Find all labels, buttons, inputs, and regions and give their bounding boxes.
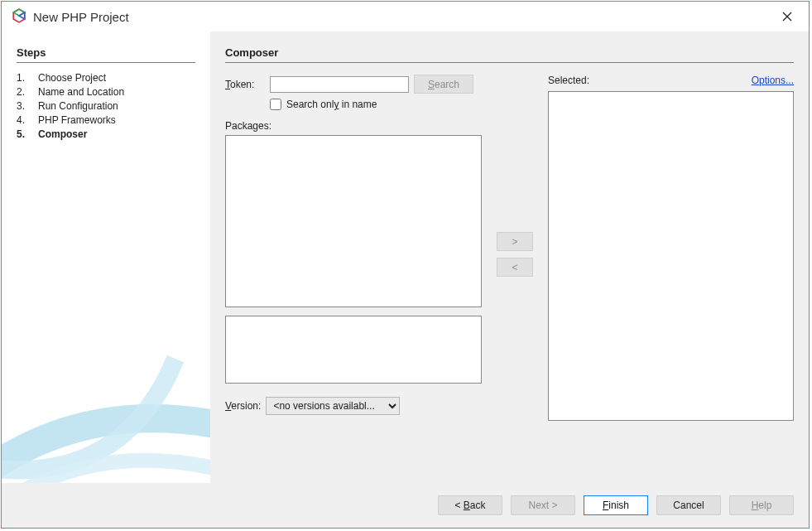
token-row: Token: Search [225,75,482,94]
packages-label: Packages: [225,120,482,132]
add-button[interactable]: > [497,232,533,251]
search-button[interactable]: Search [414,75,473,94]
dialog-body: Steps 1. Choose Project 2. Name and Loca… [2,31,809,483]
transfer-column: > < [495,75,535,277]
checkbox-label: Search only in name [286,99,377,110]
svg-marker-2 [19,12,25,19]
token-label: Token: [225,79,265,90]
remove-button[interactable]: < [497,258,533,277]
close-button[interactable] [776,5,799,28]
main-panel: Composer Token: Search Search only in na… [210,31,809,483]
dialog-window: New PHP Project Steps 1. Choose Project … [1,1,810,529]
section-heading: Composer [225,46,794,63]
next-button[interactable]: Next > [511,495,575,515]
steps-heading: Steps [17,46,195,63]
dialog-footer: < Back Next > Finish Cancel Help [2,483,809,528]
package-detail-box[interactable] [225,316,482,384]
token-input[interactable] [270,76,409,93]
selected-listbox[interactable] [548,91,794,421]
version-select[interactable]: <no versions availabl... [266,397,400,415]
sidebar-decoration [2,326,210,483]
options-link[interactable]: Options... [752,75,794,86]
search-only-name-input[interactable] [270,99,281,110]
step-number: 1. [17,71,38,85]
steps-sidebar: Steps 1. Choose Project 2. Name and Loca… [2,31,210,483]
version-label: Version: [225,400,261,412]
step-label: PHP Frameworks [38,113,116,128]
left-column: Token: Search Search only in name Packag… [225,75,482,415]
titlebar: New PHP Project [2,2,809,31]
step-number: 3. [17,99,38,113]
packages-listbox[interactable] [225,135,482,307]
version-row: Version: <no versions availabl... [225,397,482,415]
step-label: Choose Project [38,71,106,85]
right-column: Selected: Options... [548,75,794,421]
step-item: 2. Name and Location [17,85,195,99]
app-logo-icon [12,8,26,26]
step-item: 4. PHP Frameworks [17,113,195,128]
close-icon [782,12,792,22]
finish-button[interactable]: Finish [584,495,648,515]
step-label: Composer [38,128,87,142]
step-number: 5. [17,128,38,142]
step-item: 3. Run Configuration [17,99,195,113]
cancel-button[interactable]: Cancel [656,495,721,515]
step-number: 4. [17,113,38,128]
form-grid: Token: Search Search only in name Packag… [225,75,794,468]
selected-header: Selected: Options... [548,75,794,86]
svg-marker-1 [13,9,25,16]
step-label: Run Configuration [38,99,118,113]
search-only-name-checkbox[interactable]: Search only in name [270,99,482,110]
step-item: 1. Choose Project [17,71,195,85]
selected-label: Selected: [548,75,589,86]
step-number: 2. [17,85,38,99]
step-label: Name and Location [38,85,124,99]
back-button[interactable]: < Back [438,495,502,515]
help-button[interactable]: Help [729,495,794,515]
window-title: New PHP Project [33,10,129,24]
step-item-current: 5. Composer [17,128,195,142]
steps-list: 1. Choose Project 2. Name and Location 3… [17,71,195,142]
